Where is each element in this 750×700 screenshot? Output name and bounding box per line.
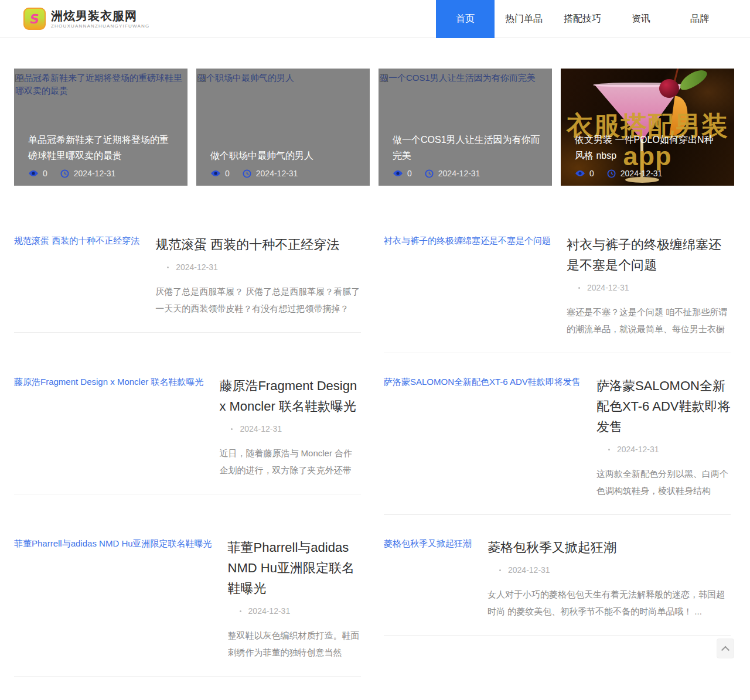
article-body: 衬衣与裤子的终极缠绵塞还是不塞是个问题 2024-12-31 塞还是不塞？这是个… <box>567 234 731 337</box>
card-4-caption: 依文男装 一件POLO如何穿出N种风格 nbsp 0 2024-12-31 <box>575 132 722 178</box>
card-title[interactable]: 单品冠希新鞋来了近期将登场的重磅球鞋里哪双卖的最贵 <box>28 132 176 163</box>
meta-dot <box>240 610 241 612</box>
article-title[interactable]: 菱格包秋季又掀起狂潮 <box>488 537 731 558</box>
card-2-broken-image-link[interactable]: 做个职场中最帅气的男人 <box>197 71 366 84</box>
views-eye-icon <box>393 170 403 177</box>
cherry-stem <box>674 69 679 81</box>
article-meta: 2024-12-31 <box>219 424 361 433</box>
article-body: 规范滚蛋 西装的十种不正经穿法 2024-12-31 厌倦了总是西服革履？ 厌倦… <box>155 234 361 317</box>
article-item-5: 菲董Pharrell与adidas NMD Hu亚洲限定联名鞋曝光 菲董Phar… <box>14 537 361 699</box>
article-4-thumb-link[interactable]: 萨洛蒙SALOMON全新配色XT-6 ADV鞋款即将发售 <box>384 375 581 388</box>
views-eye-icon <box>28 170 39 177</box>
leaf-garnish <box>677 69 710 93</box>
article-title[interactable]: 萨洛蒙SALOMON全新配色XT-6 ADV鞋款即将发售 <box>596 375 731 437</box>
article-body: 菲董Pharrell与adidas NMD Hu亚洲限定联名鞋曝光 2024-1… <box>228 537 361 661</box>
featured-cards: 单品冠希新鞋来了近期将登场的重磅球鞋里哪双卖的最贵 单品冠希新鞋来了近期将登场的… <box>14 69 734 186</box>
article-2-thumb-link[interactable]: 衬衣与裤子的终极缠绵塞还是不塞是个问题 <box>384 234 551 247</box>
featured-card-4[interactable]: 衣服搭配男装app 依文男装 一件POLO如何穿出N种风格 nbsp 0 202… <box>561 69 734 186</box>
broken-image-icon <box>15 74 23 82</box>
views-eye-icon <box>210 170 221 177</box>
meta-dot <box>608 449 610 450</box>
card-meta: 0 2024-12-31 <box>393 169 540 178</box>
article-title[interactable]: 衬衣与裤子的终极缠绵塞还是不塞是个问题 <box>567 234 731 275</box>
scroll-to-top-button[interactable] <box>717 638 734 658</box>
article-3-thumb-link[interactable]: 藤原浩Fragment Design x Moncler 联名鞋款曝光 <box>14 375 203 388</box>
view-count: 0 <box>407 169 412 178</box>
publish-date: 2024-12-31 <box>438 169 480 178</box>
nav-item-hot-items[interactable]: 热门单品 <box>495 0 553 38</box>
card-meta: 0 2024-12-31 <box>28 169 176 178</box>
meta-dot <box>578 287 580 289</box>
site-subtitle: ZHOUXUANNANZHUANGYIFUWANG <box>51 23 149 29</box>
card-1-caption: 单品冠希新鞋来了近期将登场的重磅球鞋里哪双卖的最贵 0 2024-12-31 <box>28 132 176 178</box>
clock-icon <box>60 169 69 178</box>
header: S 洲炫男装衣服网 ZHOUXUANNANZHUANGYIFUWANG 首页 热… <box>0 0 750 38</box>
article-title[interactable]: 藤原浩Fragment Design x Moncler 联名鞋款曝光 <box>219 375 361 416</box>
card-title[interactable]: 依文男装 一件POLO如何穿出N种风格 nbsp <box>575 132 722 163</box>
site-title: 洲炫男装衣服网 <box>51 9 149 22</box>
featured-card-2[interactable]: 做个职场中最帅气的男人 做个职场中最帅气的男人 0 2024-12-31 <box>196 69 370 186</box>
card-meta: 0 2024-12-31 <box>575 169 722 178</box>
article-meta: 2024-12-31 <box>596 445 731 454</box>
article-meta: 2024-12-31 <box>228 606 361 616</box>
article-date: 2024-12-31 <box>248 606 291 616</box>
card-title[interactable]: 做个职场中最帅气的男人 <box>210 148 358 163</box>
article-body: 萨洛蒙SALOMON全新配色XT-6 ADV鞋款即将发售 2024-12-31 … <box>596 375 731 499</box>
logo-text: 洲炫男装衣服网 ZHOUXUANNANZHUANGYIFUWANG <box>51 9 149 29</box>
meta-dot <box>167 267 169 268</box>
featured-card-1[interactable]: 单品冠希新鞋来了近期将登场的重磅球鞋里哪双卖的最贵 单品冠希新鞋来了近期将登场的… <box>14 69 188 186</box>
article-excerpt: 近日，随着藤原浩与 Moncler 合作企划的进行，双方除了夹克外还带 <box>219 445 361 479</box>
view-count: 0 <box>43 169 47 178</box>
article-item-2: 衬衣与裤子的终极缠绵塞还是不塞是个问题 衬衣与裤子的终极缠绵塞还是不塞是个问题 … <box>384 234 731 375</box>
nav-item-styling-tips[interactable]: 搭配技巧 <box>553 0 612 38</box>
article-item-1: 规范滚蛋 西装的十种不正经穿法 规范滚蛋 西装的十种不正经穿法 2024-12-… <box>14 234 361 375</box>
clock-icon <box>425 169 434 178</box>
article-body: 藤原浩Fragment Design x Moncler 联名鞋款曝光 2024… <box>219 375 361 479</box>
article-date: 2024-12-31 <box>587 283 629 292</box>
article-meta: 2024-12-31 <box>488 565 731 575</box>
article-6-thumb-link[interactable]: 菱格包秋季又掀起狂潮 <box>384 537 472 550</box>
featured-card-3[interactable]: 做一个COS1男人让生活因为有你而完美 做一个COS1男人让生活因为有你而完美 … <box>379 69 552 186</box>
meta-dot <box>499 569 501 571</box>
article-body: 菱格包秋季又掀起狂潮 2024-12-31 女人对于小巧的菱格包包天生有着无法解… <box>488 537 731 620</box>
article-item-3: 藤原浩Fragment Design x Moncler 联名鞋款曝光 藤原浩F… <box>14 375 361 537</box>
article-1-thumb-link[interactable]: 规范滚蛋 西装的十种不正经穿法 <box>14 234 139 247</box>
publish-date: 2024-12-31 <box>621 169 663 178</box>
card-meta: 0 2024-12-31 <box>210 169 358 178</box>
publish-date: 2024-12-31 <box>74 169 116 178</box>
card-1-broken-image-link[interactable]: 单品冠希新鞋来了近期将登场的重磅球鞋里哪双卖的最贵 <box>15 71 184 97</box>
nav-item-news[interactable]: 资讯 <box>612 0 670 38</box>
site-logo-icon: S <box>23 8 46 30</box>
clock-icon <box>607 169 616 178</box>
broken-image-icon <box>197 74 206 82</box>
card-3-broken-image-link[interactable]: 做一个COS1男人让生活因为有你而完美 <box>380 71 548 84</box>
article-date: 2024-12-31 <box>240 424 282 433</box>
article-item-4: 萨洛蒙SALOMON全新配色XT-6 ADV鞋款即将发售 萨洛蒙SALOMON全… <box>384 375 731 537</box>
card-alt-text: 做个职场中最帅气的男人 <box>197 73 294 83</box>
article-excerpt: 塞还是不塞？这是个问题 咱不扯那些所谓的潮流单品，就说最简单、每位男士衣橱 <box>567 303 731 337</box>
site-logo[interactable]: S 洲炫男装衣服网 ZHOUXUANNANZHUANGYIFUWANG <box>23 8 149 30</box>
clock-icon <box>243 169 251 178</box>
meta-dot <box>231 428 233 430</box>
view-count: 0 <box>589 169 594 178</box>
chevron-up-icon <box>721 646 729 654</box>
broken-image-icon <box>380 74 388 82</box>
logo-glyph: S <box>29 12 40 26</box>
article-meta: 2024-12-31 <box>567 283 731 292</box>
article-date: 2024-12-31 <box>176 262 218 272</box>
article-list: 规范滚蛋 西装的十种不正经穿法 规范滚蛋 西装的十种不正经穿法 2024-12-… <box>14 234 731 699</box>
article-title[interactable]: 菲董Pharrell与adidas NMD Hu亚洲限定联名鞋曝光 <box>228 537 361 599</box>
card-alt-text: 做一个COS1男人让生活因为有你而完美 <box>380 73 536 83</box>
article-excerpt: 女人对于小巧的菱格包包天生有着无法解释般的迷恋，韩国超时尚 的菱纹美包、初秋季节… <box>488 586 731 620</box>
article-title[interactable]: 规范滚蛋 西装的十种不正经穿法 <box>155 234 361 255</box>
nav-item-brands[interactable]: 品牌 <box>670 0 729 38</box>
article-meta: 2024-12-31 <box>155 262 361 272</box>
article-excerpt: 整双鞋以灰色编织材质打造。鞋面刺绣作为菲董的独特创意当然 <box>228 627 361 661</box>
article-5-thumb-link[interactable]: 菲董Pharrell与adidas NMD Hu亚洲限定联名鞋曝光 <box>14 537 212 550</box>
article-date: 2024-12-31 <box>617 445 659 454</box>
nav-item-home[interactable]: 首页 <box>436 0 495 38</box>
card-title[interactable]: 做一个COS1男人让生活因为有你而完美 <box>393 132 540 163</box>
publish-date: 2024-12-31 <box>256 169 298 178</box>
main-nav: 首页 热门单品 搭配技巧 资讯 品牌 <box>436 0 729 38</box>
article-excerpt: 厌倦了总是西服革履？ 厌倦了总是西服革履？看腻了一天天的西装领带皮鞋？有没有想过… <box>155 283 361 317</box>
